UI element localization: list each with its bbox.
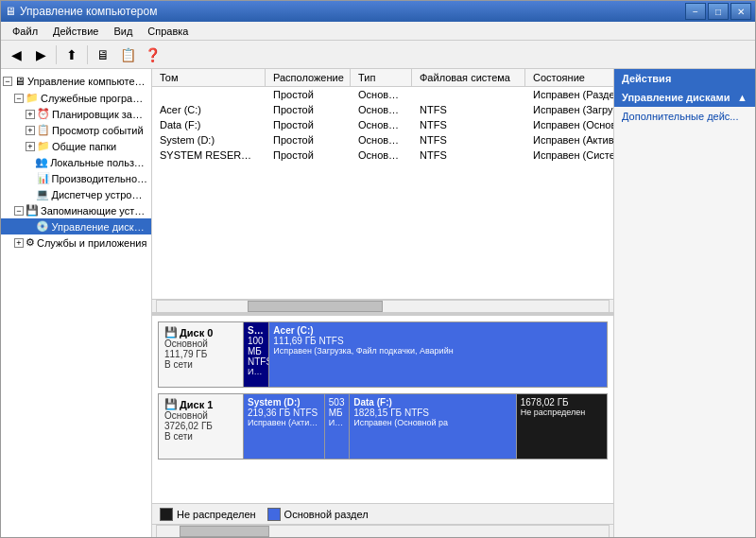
cell-2-3: NTFS <box>412 118 525 131</box>
partition-disk1-1[interactable]: 503 МБ Исправе <box>325 394 350 459</box>
sidebar-item-services[interactable]: − 📁 Служебные программы <box>1 90 151 106</box>
part-d1-2-size: 1828,15 ГБ NTFS <box>353 408 512 418</box>
expand-storage[interactable]: − <box>14 206 24 216</box>
expand-root[interactable]: − <box>3 77 12 86</box>
cell-0-3 <box>412 88 525 101</box>
menu-help[interactable]: Справка <box>140 24 196 39</box>
top-scrollbar-thumb[interactable] <box>248 301 383 312</box>
list-row-3[interactable]: System (D:) Простой Основной NTFS Исправ… <box>152 132 613 148</box>
diskmgmt-icon: 💿 <box>36 220 49 233</box>
partition-disk1-3[interactable]: 1678,02 ГБ Не распределен <box>517 394 607 459</box>
legend-box-basic <box>267 508 281 521</box>
menu-view[interactable]: Вид <box>106 24 140 39</box>
cell-2-1: Простой <box>266 118 351 131</box>
partition-disk0-0[interactable]: SYSTEM RESERV 100 МБ NTFS Исправен (Сист <box>244 322 269 387</box>
sidebar-item-root[interactable]: − 🖥 Управление компьютером (А <box>1 73 151 90</box>
top-h-scrollbar[interactable] <box>156 300 610 313</box>
sidebar-item-diskmgmt[interactable]: 💿 Управление дисками <box>1 218 151 234</box>
cell-0-1: Простой <box>266 88 351 101</box>
list-row-4[interactable]: SYSTEM RESERVED (E:) Простой Основной NT… <box>152 148 613 163</box>
part-d0-1-status: Исправен (Загрузка, Файл подкачки, Авари… <box>273 346 603 356</box>
actions-section-diskmgmt[interactable]: Управление дисками ▲ <box>614 88 755 107</box>
expand-tasks[interactable]: + <box>26 110 35 119</box>
sidebar-label-events: Просмотр событий <box>52 125 144 136</box>
expand-services[interactable]: − <box>14 94 24 103</box>
sidebar-label-devmgr: Диспетчер устройств <box>51 189 147 200</box>
storage-icon: 💾 <box>26 204 39 217</box>
folders-icon: 📁 <box>37 140 50 152</box>
menu-action[interactable]: Действие <box>45 24 106 39</box>
perf-icon: 📊 <box>37 172 50 184</box>
disk-1-partitions: System (D:) 219,36 ГБ NTFS Исправен (Акт… <box>244 394 607 459</box>
partition-disk1-0[interactable]: System (D:) 219,36 ГБ NTFS Исправен (Акт… <box>244 394 325 459</box>
properties-button[interactable]: 📋 <box>116 43 139 66</box>
disk-1-status: В сети <box>164 431 237 442</box>
cell-3-3: NTFS <box>412 133 525 147</box>
forward-button[interactable]: ▶ <box>29 43 52 66</box>
cell-3-1: Простой <box>266 133 351 147</box>
folder-icon: 📁 <box>26 92 39 104</box>
sidebar-label-storage: Запоминающие устройст <box>41 205 147 217</box>
maximize-button[interactable]: □ <box>708 3 729 20</box>
col-header-fs[interactable]: Файловая система <box>412 69 525 86</box>
sidebar-item-devmgr[interactable]: 💻 Диспетчер устройств <box>1 186 151 202</box>
action-more[interactable]: Дополнительные дейс... <box>614 107 755 126</box>
expand-folders[interactable]: + <box>26 142 35 151</box>
help-button[interactable]: ❓ <box>141 43 163 66</box>
show-hide-button[interactable]: 🖥 <box>92 43 114 66</box>
back-button[interactable]: ◀ <box>5 43 27 66</box>
sidebar-item-users[interactable]: 👥 Локальные пользовате... <box>1 154 151 170</box>
disk-1-title: 💾 Диск 1 <box>164 398 237 410</box>
sidebar-label-svcapp: Службы и приложения <box>37 237 146 249</box>
disk-area: 💾 Диск 0 Основной 111,79 ГБ В сети SYSTE… <box>152 316 613 503</box>
part-d1-3-status: Не распределен <box>521 408 603 417</box>
partition-disk1-2[interactable]: Data (F:) 1828,15 ГБ NTFS Исправен (Осно… <box>350 394 517 459</box>
bottom-scrollbar-thumb[interactable] <box>180 526 270 537</box>
menu-file[interactable]: Файл <box>5 24 45 39</box>
disk-icon-0: 💾 <box>164 326 178 338</box>
part-d0-1-name: Acer (C:) <box>273 325 603 336</box>
close-button[interactable]: ✕ <box>730 3 751 20</box>
list-row-0[interactable]: Простой Основной Исправен (Раздел восста… <box>152 87 613 102</box>
part-d1-0-size: 219,36 ГБ NTFS <box>248 408 320 418</box>
cell-4-0: SYSTEM RESERVED (E:) <box>152 148 266 162</box>
col-header-volume[interactable]: Том <box>152 69 266 86</box>
cell-2-0: Data (F:) <box>152 118 266 131</box>
sidebar-item-storage[interactable]: − 💾 Запоминающие устройст <box>1 202 151 218</box>
sidebar-label-folders: Общие папки <box>52 141 116 152</box>
sidebar-item-tasks[interactable]: + ⏰ Планировщик заданий <box>1 106 151 122</box>
devmgr-icon: 💻 <box>36 188 49 200</box>
sidebar-item-svcapp[interactable]: + ⚙ Службы и приложения <box>1 234 151 251</box>
sidebar-label-users: Локальные пользовате... <box>50 157 147 168</box>
expand-events[interactable]: + <box>26 126 35 135</box>
part-d1-1-size: 503 МБ <box>329 397 345 418</box>
sidebar-item-perf[interactable]: 📊 Производительность <box>1 170 151 186</box>
col-header-location[interactable]: Расположение <box>266 69 351 86</box>
legend-box-unallocated <box>160 508 173 521</box>
up-button[interactable]: ⬆ <box>60 43 83 66</box>
expand-svcapp[interactable]: + <box>14 238 24 248</box>
minimize-button[interactable]: − <box>685 3 706 20</box>
sidebar-item-events[interactable]: + 📋 Просмотр событий <box>1 122 151 138</box>
cell-2-4: Исправен (Основной раздел) <box>525 118 613 131</box>
part-d1-2-status: Исправен (Основной ра <box>353 418 512 427</box>
top-panel: Том Расположение Тип Файловая система Со… <box>152 69 613 316</box>
disk-1-name: Диск 1 <box>180 399 213 410</box>
bottom-h-scrollbar[interactable] <box>156 525 610 538</box>
top-scrollbar-area <box>152 299 613 312</box>
col-header-status[interactable]: Состояние <box>525 69 613 86</box>
part-d1-2-name: Data (F:) <box>353 397 512 408</box>
list-row-1[interactable]: Acer (C:) Простой Основной NTFS Исправен… <box>152 102 613 117</box>
partition-disk0-1[interactable]: Acer (C:) 111,69 ГБ NTFS Исправен (Загру… <box>269 322 607 387</box>
actions-section-expand: ▲ <box>737 92 747 103</box>
menu-bar: Файл Действие Вид Справка <box>1 22 755 41</box>
cell-4-4: Исправен (Система, Активен, О <box>525 148 613 162</box>
sidebar-item-folders[interactable]: + 📁 Общие папки <box>1 138 151 154</box>
legend-label-unallocated: Не распределен <box>177 509 256 520</box>
disk-0-partitions: SYSTEM RESERV 100 МБ NTFS Исправен (Сист… <box>244 322 607 387</box>
list-row-2[interactable]: Data (F:) Простой Основной NTFS Исправен… <box>152 117 613 132</box>
legend-label-basic: Основной раздел <box>284 509 369 520</box>
col-header-type[interactable]: Тип <box>351 69 412 86</box>
disk-row-1: 💾 Диск 1 Основной 3726,02 ГБ В сети Syst… <box>158 393 608 460</box>
sidebar-label-diskmgmt: Управление дисками <box>51 221 147 233</box>
